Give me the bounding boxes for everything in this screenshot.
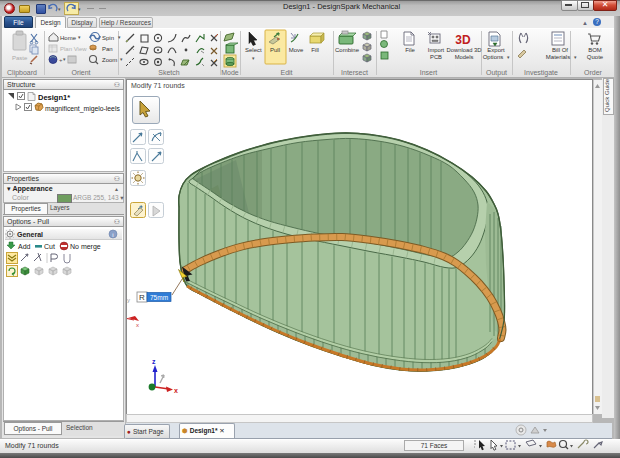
svg-text:Spin: Spin (102, 35, 114, 41)
svg-text:Pan: Pan (102, 46, 113, 52)
svg-text:▾: ▾ (63, 56, 66, 62)
svg-text:Select: Select (245, 47, 262, 53)
svg-text:x: x (174, 387, 178, 394)
svg-text:▾: ▾ (507, 54, 510, 60)
svg-text:Paste: Paste (12, 55, 28, 61)
svg-text:Plan View: Plan View (60, 46, 87, 52)
svg-text:Zoom: Zoom (102, 57, 117, 63)
svg-text:Design1*: Design1* (38, 93, 70, 102)
svg-text:General: General (17, 231, 43, 238)
svg-text:▾: ▾ (78, 34, 81, 40)
svg-text:magnificent_migelo-leels: magnificent_migelo-leels (45, 105, 120, 113)
svg-text:x: x (136, 322, 139, 328)
svg-text:z: z (152, 358, 156, 365)
svg-text:Pull: Pull (270, 47, 280, 53)
svg-text:Add: Add (18, 243, 31, 250)
svg-text:Bill Of: Bill Of (552, 47, 568, 53)
svg-text:Import: Import (428, 47, 445, 53)
svg-text:i: i (112, 232, 113, 238)
svg-text:Cut: Cut (44, 243, 55, 250)
svg-text:▾: ▾ (252, 55, 255, 61)
svg-text:3D: 3D (455, 33, 471, 47)
svg-text:Combine: Combine (335, 47, 360, 53)
svg-text:▾: ▾ (120, 56, 123, 62)
svg-text:BOM: BOM (588, 47, 602, 53)
svg-text:PCB: PCB (430, 54, 442, 60)
svg-text:Options: Options (483, 54, 504, 60)
svg-text:Models: Models (455, 54, 474, 60)
svg-text:Download 3D: Download 3D (447, 47, 482, 53)
svg-text:75mm: 75mm (150, 294, 168, 301)
svg-text:File: File (405, 47, 415, 53)
svg-text:Export: Export (487, 47, 505, 53)
svg-text:▾: ▾ (118, 34, 121, 40)
svg-text:Quote: Quote (587, 54, 604, 60)
svg-text:Fill: Fill (311, 47, 319, 53)
svg-text:Materials: Materials (546, 54, 570, 60)
svg-text:▾: ▾ (574, 54, 577, 60)
svg-text:No merge: No merge (70, 243, 101, 251)
svg-text:R: R (139, 293, 145, 302)
svg-text:Home: Home (60, 35, 77, 41)
svg-text:Move: Move (289, 47, 304, 53)
svg-text:y: y (127, 297, 130, 303)
